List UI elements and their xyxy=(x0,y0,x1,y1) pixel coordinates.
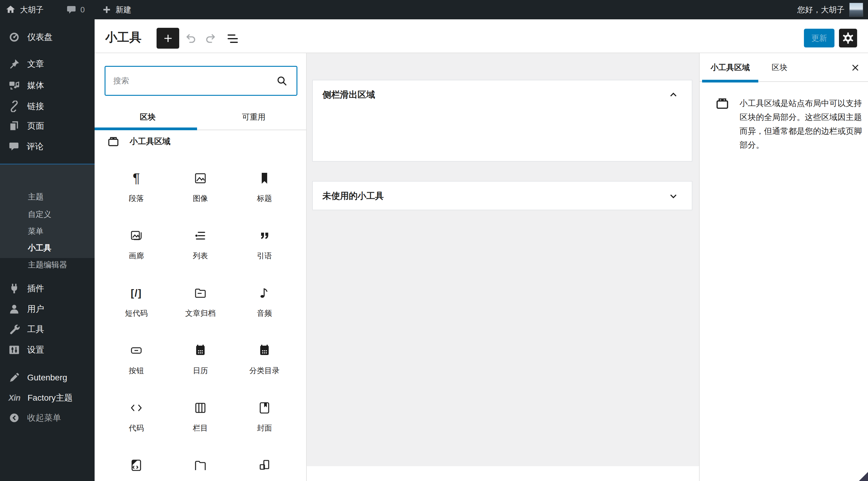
redo-button[interactable] xyxy=(203,31,220,46)
block-categories[interactable]: 分类目录 xyxy=(232,334,297,391)
sidebar-item-media[interactable]: 媒体 xyxy=(0,75,95,96)
block-buttons[interactable]: 按钮 xyxy=(104,334,168,391)
settings-sidebar: 小工具区域 区块 小工具区域是站点布局中可以支持区块的全局部分。这些区域因主题而… xyxy=(699,53,868,481)
greeting-text[interactable]: 您好，大胡子 xyxy=(797,4,844,15)
sidebar-item-posts[interactable]: 文章 xyxy=(0,54,95,74)
folder-icon xyxy=(193,458,208,473)
cover-icon xyxy=(257,400,272,415)
tab-widget-areas[interactable]: 小工具区域 xyxy=(700,53,761,82)
submenu-item-widgets[interactable]: 小工具 xyxy=(0,239,95,257)
xin-logo: Xin xyxy=(8,393,20,403)
search-box xyxy=(104,66,298,96)
gear-icon xyxy=(842,32,854,44)
button-icon xyxy=(129,343,144,358)
chevron-up-icon[interactable] xyxy=(668,89,679,101)
sidebar-item-pages[interactable]: 页面 xyxy=(0,116,95,136)
sidebar-item-gutenberg[interactable]: Gutenberg xyxy=(0,367,95,388)
appearance-submenu: 主题 自定义 菜单 小工具 主题编辑器 xyxy=(0,164,95,258)
block-image[interactable]: 图像 xyxy=(168,162,232,219)
plus-icon xyxy=(102,5,111,14)
chevron-down-icon[interactable] xyxy=(668,190,679,202)
sidebar-item-users[interactable]: 用户 xyxy=(0,299,95,319)
close-icon xyxy=(850,63,861,73)
redo-icon xyxy=(205,32,218,45)
sidebar-item-plugins[interactable]: 插件 xyxy=(0,278,95,299)
widget-area-header[interactable]: 侧栏滑出区域 xyxy=(313,81,692,109)
block-audio[interactable]: 音频 xyxy=(232,277,297,334)
page-title: 小工具 xyxy=(105,29,142,45)
media-text-icon xyxy=(257,458,272,473)
block-paragraph[interactable]: ¶ 段落 xyxy=(104,162,168,219)
update-button[interactable]: 更新 xyxy=(804,29,834,47)
categories-icon xyxy=(257,343,272,358)
widget-area-icon xyxy=(107,135,119,148)
block-calendar[interactable]: 日历 xyxy=(168,334,232,391)
settings-button[interactable] xyxy=(839,29,857,47)
submenu-item-menus[interactable]: 菜单 xyxy=(0,222,95,240)
sidebar-item-settings[interactable]: 设置 xyxy=(0,340,95,360)
widget-area-sidebar-slideout: 侧栏滑出区域 xyxy=(312,80,692,162)
code-icon xyxy=(129,400,144,415)
inserter-tabs: 区块 可重用 xyxy=(95,104,307,130)
list-icon xyxy=(193,228,208,243)
widgets-canvas: 侧栏滑出区域 未使用的小工具 xyxy=(307,53,699,466)
corner-resize-mark xyxy=(859,472,868,481)
block-code[interactable]: 代码 xyxy=(104,391,168,449)
sidebar-item-collapse-menu[interactable]: 收起菜单 xyxy=(0,408,95,428)
admin-bar-new[interactable]: 新建 xyxy=(97,0,136,19)
new-label: 新建 xyxy=(116,4,131,15)
block-inserter-toggle-button[interactable] xyxy=(157,28,179,49)
submenu-item-customize[interactable]: 自定义 xyxy=(0,205,95,223)
block-heading[interactable]: 标题 xyxy=(232,162,297,219)
block-media-text[interactable] xyxy=(232,449,297,481)
list-view-button[interactable] xyxy=(224,31,241,46)
block-inserter-panel: 区块 可重用 小工具区域 ¶ 段落 图像 标题 xyxy=(95,53,307,481)
home-icon xyxy=(5,4,16,15)
block-file[interactable] xyxy=(168,449,232,481)
block-shortcode[interactable]: [/] 短代码 xyxy=(104,277,168,334)
plus-icon xyxy=(162,32,174,44)
block-archives[interactable]: 文章归档 xyxy=(168,277,232,334)
calendar-icon xyxy=(193,343,208,358)
paragraph-icon: ¶ xyxy=(133,171,140,186)
comments-count: 0 xyxy=(81,5,85,14)
site-name: 大胡子 xyxy=(20,4,43,15)
editor-header: 小工具 更新 xyxy=(95,19,868,53)
columns-icon xyxy=(193,400,208,415)
close-settings-button[interactable] xyxy=(848,60,863,75)
sidebar-item-factory-theme[interactable]: Xin Factory主题 xyxy=(0,388,95,408)
tab-block[interactable]: 区块 xyxy=(761,53,798,82)
tab-reusable[interactable]: 可重用 xyxy=(201,104,307,130)
sidebar-item-comments[interactable]: 评论 xyxy=(0,136,95,157)
widget-areas-description: 小工具区域是站点布局中可以支持区块的全局部分。这些区域因主题而异，但通常都是您的… xyxy=(740,96,863,152)
submenu-item-theme-editor[interactable]: 主题编辑器 xyxy=(0,256,95,274)
quote-icon xyxy=(257,228,272,243)
admin-bar-comments[interactable]: 0 xyxy=(61,0,90,19)
comment-bubble-icon xyxy=(66,5,76,14)
sidebar-item-links[interactable]: 链接 xyxy=(0,96,95,117)
sidebar-item-dashboard[interactable]: 仪表盘 xyxy=(0,27,95,47)
block-columns[interactable]: 栏目 xyxy=(168,391,232,449)
search-input[interactable] xyxy=(113,76,275,86)
block-gallery[interactable]: 画廊 xyxy=(104,219,168,277)
search-icon xyxy=(275,74,289,88)
shortcode-icon: [/] xyxy=(130,286,142,300)
tab-blocks[interactable]: 区块 xyxy=(95,104,201,130)
undo-button[interactable] xyxy=(182,31,198,46)
admin-bar: 大胡子 0 新建 您好，大胡子 xyxy=(0,0,868,19)
widget-area-header[interactable]: 未使用的小工具 xyxy=(313,182,692,211)
admin-menu: 仪表盘 文章 媒体 链接 页面 评论 外观 主题 自定义 菜单 小工具 主题编辑… xyxy=(0,19,95,481)
block-cover[interactable]: 封面 xyxy=(232,391,297,449)
block-custom-html[interactable] xyxy=(104,449,168,481)
widget-areas-description-row: 小工具区域是站点布局中可以支持区块的全局部分。这些区域因主题而异，但通常都是您的… xyxy=(700,83,868,152)
bookmark-icon xyxy=(257,171,272,186)
sidebar-item-tools[interactable]: 工具 xyxy=(0,319,95,340)
archives-folder-icon xyxy=(193,286,208,300)
admin-bar-site-link[interactable]: 大胡子 xyxy=(0,0,49,19)
block-quote[interactable]: 引语 xyxy=(232,219,297,277)
submenu-item-themes[interactable]: 主题 xyxy=(0,188,95,205)
widget-area-inactive: 未使用的小工具 xyxy=(312,181,692,210)
avatar[interactable] xyxy=(849,3,863,17)
block-list[interactable]: 列表 xyxy=(168,219,232,277)
settings-sidebar-tabs: 小工具区域 区块 xyxy=(700,53,868,82)
